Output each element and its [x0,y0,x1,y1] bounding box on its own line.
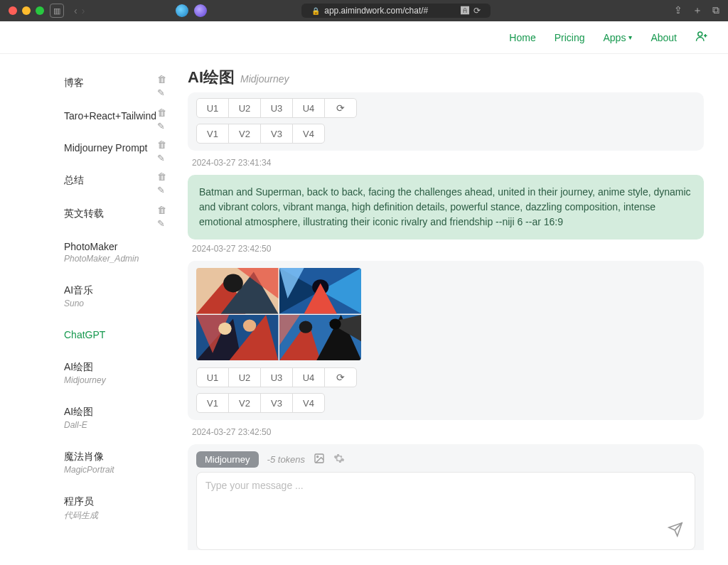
edit-icon[interactable]: ✎ [157,87,166,98]
message-input[interactable] [205,480,686,537]
back-icon[interactable]: ‹ [74,5,77,16]
url-text: app.aimindwork.com/chat/# [324,6,428,16]
sidebar-item[interactable]: 英文转载🗑✎ [61,198,166,231]
extension-icon[interactable] [194,4,207,17]
composer: Midjourney -5 tokens [188,444,704,550]
close-window-icon[interactable] [9,6,17,15]
user-message: Batman and Superman, back to back, facin… [188,175,704,240]
top-nav: Home Pricing Apps ▾ About [0,21,728,54]
variation-button-4[interactable]: V4 [292,124,325,144]
sidebar-item-title: Taro+React+Tailwind [64,110,164,122]
token-cost: -5 tokens [267,454,305,465]
sidebar-item-subtitle: Suno [64,298,164,308]
send-icon[interactable] [668,522,683,541]
timestamp: 2024-03-27 23:42:50 [192,427,704,437]
sidebar-item-subtitle: MagicPortrait [64,465,164,475]
translate-icon[interactable]: 🅰 [461,6,469,16]
trash-icon[interactable]: 🗑 [157,171,166,182]
tabs-icon[interactable]: ⧉ [712,4,719,17]
trash-icon[interactable]: 🗑 [157,139,166,150]
variation-button-3[interactable]: V3 [260,393,293,413]
browser-chrome: ▥ ‹ › 🔒 app.aimindwork.com/chat/# 🅰 ⟳ ⇪ … [0,0,728,21]
sidebar-item[interactable]: 总结🗑✎ [61,164,166,198]
forward-icon: › [82,5,85,16]
trash-icon[interactable]: 🗑 [157,74,166,85]
variation-button-1[interactable]: V1 [196,393,229,413]
edit-icon[interactable]: ✎ [157,153,166,163]
sidebar-item-subtitle: PhotoMaker_Admin [64,254,164,264]
sidebar-item[interactable]: ChatGPT [61,319,166,351]
assistant-message: U1U2U3U4⟳ V1V2V3V4 [188,261,704,420]
maximize-window-icon[interactable] [36,6,44,15]
variation-button-2[interactable]: V2 [228,124,261,144]
sidebar-item[interactable]: 魔法肖像MagicPortrait [61,441,166,485]
sidebar-item-title: 英文转载 [64,208,164,220]
lock-icon: 🔒 [311,7,320,15]
sidebar-item-title: AI绘图 [64,406,164,419]
sidebar-item-actions: 🗑✎ [157,74,166,98]
trash-icon[interactable]: 🗑 [157,205,166,215]
variation-button-1[interactable]: V1 [196,124,229,144]
svg-point-0 [698,32,702,36]
edit-icon[interactable]: ✎ [157,121,166,131]
nav-apps[interactable]: Apps ▾ [603,32,632,43]
sidebar-item-subtitle: Dall-E [64,420,164,430]
sidebar-item-title: 博客 [64,77,164,90]
reroll-icon[interactable]: ⟳ [324,367,357,387]
chat-panel: AI绘图 Midjourney U1U2U3U4⟳ V1V2V3V4 2024-… [166,54,728,565]
image-result-4[interactable] [279,315,362,361]
image-grid[interactable] [196,268,361,360]
sidebar-item[interactable]: Taro+React+Tailwind🗑✎ [61,100,166,132]
sidebar-item[interactable]: AI音乐Suno [61,274,166,319]
window-controls[interactable] [9,6,44,15]
panel-title: AI绘图 Midjourney [188,67,707,88]
svg-point-18 [218,322,231,334]
sidebar-toggle-icon[interactable]: ▥ [50,4,64,18]
page-title: AI绘图 [188,67,235,88]
reroll-icon[interactable]: ⟳ [324,98,357,118]
assistant-message: U1U2U3U4⟳ V1V2V3V4 [188,92,704,151]
extension-icon[interactable] [176,4,188,17]
sidebar-item[interactable]: Midjourney Prompt🗑✎ [61,132,166,164]
model-tag[interactable]: Midjourney [196,451,259,468]
upscale-button-3[interactable]: U3 [260,98,293,118]
sidebar-item-actions: 🗑✎ [157,107,166,131]
upscale-button-1[interactable]: U1 [196,98,229,118]
edit-icon[interactable]: ✎ [157,185,166,195]
url-bar[interactable]: 🔒 app.aimindwork.com/chat/# 🅰 ⟳ [301,4,491,18]
image-result-1[interactable] [196,268,279,314]
share-icon[interactable]: ⇪ [674,4,682,17]
image-upload-icon[interactable] [314,453,325,466]
new-tab-icon[interactable]: ＋ [692,4,702,17]
variation-button-2[interactable]: V2 [228,393,261,413]
variation-button-3[interactable]: V3 [260,124,293,144]
upscale-button-1[interactable]: U1 [196,367,229,387]
image-result-3[interactable] [196,315,279,361]
svg-point-24 [299,321,311,333]
nav-about[interactable]: About [651,32,677,43]
sidebar-item-actions: 🗑✎ [157,139,166,163]
upscale-button-2[interactable]: U2 [228,367,261,387]
upscale-button-4[interactable]: U4 [292,98,325,118]
variation-button-4[interactable]: V4 [292,393,325,413]
sidebar-item[interactable]: 博客🗑✎ [61,67,166,100]
nav-home[interactable]: Home [509,32,535,43]
image-result-2[interactable] [279,268,362,314]
reload-icon[interactable]: ⟳ [473,6,481,16]
sidebar-item[interactable]: PhotoMakerPhotoMaker_Admin [61,231,166,274]
edit-icon[interactable]: ✎ [157,218,166,229]
nav-pricing[interactable]: Pricing [555,32,585,43]
sidebar-item[interactable]: AI绘图Dall-E [61,396,166,441]
settings-icon[interactable] [333,453,345,466]
upscale-button-4[interactable]: U4 [292,367,325,387]
upscale-button-3[interactable]: U3 [260,367,293,387]
sidebar-item[interactable]: 程序员代码生成 [61,485,166,532]
svg-point-25 [329,318,341,329]
svg-point-19 [243,319,256,331]
sidebar-item-subtitle: Midjourney [64,375,164,385]
sidebar-item[interactable]: AI绘图Midjourney [61,351,166,396]
trash-icon[interactable]: 🗑 [157,107,166,118]
user-add-icon[interactable] [695,30,708,45]
upscale-button-2[interactable]: U2 [228,98,261,118]
minimize-window-icon[interactable] [22,6,31,15]
